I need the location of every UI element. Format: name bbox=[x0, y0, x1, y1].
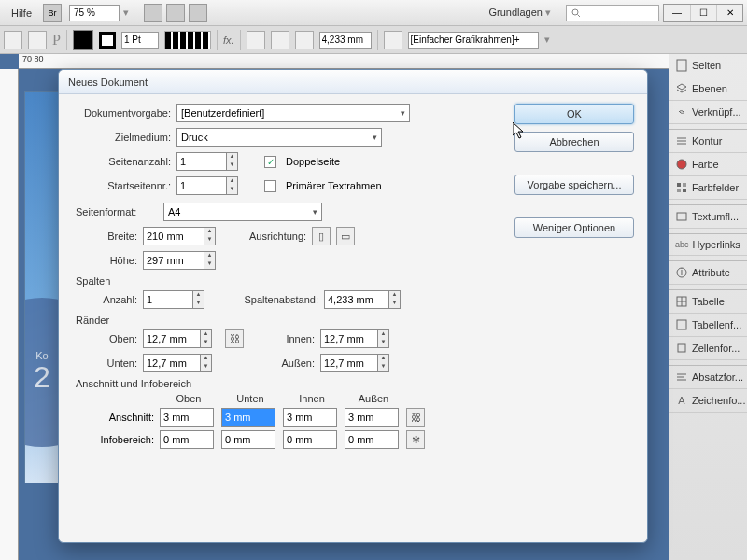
col-bottom: Unten bbox=[221, 393, 279, 404]
slug-top[interactable] bbox=[160, 430, 214, 449]
section-bleed: Anschnitt und Infobereich bbox=[76, 378, 503, 389]
panel-pages[interactable]: Seiten bbox=[669, 54, 747, 77]
orientation-portrait-icon[interactable]: ▯ bbox=[312, 227, 331, 245]
ruler-vertical bbox=[0, 69, 19, 560]
col-outside: Außen bbox=[345, 393, 402, 404]
label-pagecount: Seitenanzahl: bbox=[72, 156, 171, 167]
svg-rect-5 bbox=[677, 183, 681, 187]
close-button[interactable]: ✕ bbox=[716, 5, 742, 21]
label-gutter: Spaltenabstand: bbox=[225, 294, 318, 305]
facing-pages-checkbox[interactable]: ✓ bbox=[264, 156, 276, 168]
svg-text:i: i bbox=[681, 266, 683, 277]
panel-attributes[interactable]: iAttribute bbox=[669, 261, 747, 285]
link-margins-icon[interactable]: ⛓ bbox=[225, 329, 244, 348]
panel-stroke[interactable]: Kontur bbox=[669, 130, 747, 153]
panel-cellstyles[interactable]: Zellenfor... bbox=[669, 337, 747, 360]
fewer-options-button[interactable]: Weniger Optionen bbox=[514, 217, 634, 238]
view-mode-icon[interactable] bbox=[144, 4, 162, 22]
label-preset: Dokumentvorgabe: bbox=[72, 107, 171, 119]
intent-dropdown[interactable]: Druck bbox=[176, 128, 382, 147]
ruler-horizontal: 70 80 bbox=[19, 54, 672, 69]
label-moutside: Außen: bbox=[257, 357, 315, 369]
screen-mode-icon[interactable] bbox=[166, 4, 185, 22]
menu-help[interactable]: Hilfe bbox=[4, 5, 39, 21]
panel-layers[interactable]: Ebenen bbox=[669, 77, 747, 101]
tool-icon[interactable] bbox=[28, 31, 47, 49]
stroke-swatch[interactable] bbox=[99, 32, 116, 49]
label-slug: Infobereich: bbox=[87, 434, 156, 445]
frame-fit-icon[interactable] bbox=[295, 31, 314, 49]
zoom-level[interactable] bbox=[69, 5, 120, 21]
panel-charstyles[interactable]: AZeichenfo... bbox=[669, 389, 747, 413]
col-top: Oben bbox=[160, 393, 218, 404]
panel-color[interactable]: Farbe bbox=[669, 153, 747, 176]
window-controls: — ☐ ✕ bbox=[663, 4, 743, 22]
slug-bottom[interactable] bbox=[221, 430, 275, 449]
bleed-top[interactable] bbox=[160, 408, 214, 427]
label-mbottom: Unten: bbox=[87, 357, 137, 369]
workspace-switcher[interactable]: Grundlagen ▾ bbox=[481, 4, 558, 21]
width-input[interactable] bbox=[143, 227, 204, 245]
bleed-outside[interactable] bbox=[345, 408, 399, 427]
svg-rect-8 bbox=[683, 189, 686, 192]
fill-swatch[interactable] bbox=[73, 30, 93, 50]
panel-hyperlinks[interactable]: abcHyperlinks bbox=[669, 234, 747, 256]
svg-point-4 bbox=[677, 160, 686, 169]
panel-parastyles[interactable]: Absatzfor... bbox=[669, 366, 747, 389]
col-inside: Innen bbox=[283, 393, 341, 404]
arrange-icon[interactable] bbox=[189, 4, 207, 22]
colcount-input[interactable] bbox=[143, 290, 193, 309]
label-facing: Doppelseite bbox=[286, 156, 340, 167]
align-icon[interactable] bbox=[247, 31, 265, 49]
ok-button[interactable]: OK bbox=[514, 104, 634, 124]
label-width: Breite: bbox=[87, 231, 137, 242]
slug-inside[interactable] bbox=[283, 430, 337, 449]
bleed-inside[interactable] bbox=[283, 408, 337, 427]
tool-icon[interactable] bbox=[4, 31, 22, 49]
label-bleed: Anschnitt: bbox=[87, 412, 156, 423]
panel-tablestyles[interactable]: Tabellenf... bbox=[669, 314, 747, 337]
margin-top-input[interactable] bbox=[143, 329, 201, 348]
panel-swatches[interactable]: Farbfelder bbox=[669, 176, 747, 200]
measure-field[interactable] bbox=[319, 32, 372, 49]
panel-table[interactable]: Tabelle bbox=[669, 290, 747, 314]
search-input[interactable] bbox=[566, 5, 659, 21]
section-margins: Ränder bbox=[76, 315, 503, 326]
label-mtop: Oben: bbox=[87, 333, 137, 344]
stroke-weight[interactable] bbox=[121, 32, 159, 49]
frame-icon[interactable] bbox=[384, 31, 402, 49]
cancel-button[interactable]: Abbrechen bbox=[514, 132, 634, 152]
preset-dropdown[interactable]: [Benutzerdefiniert] bbox=[176, 104, 410, 122]
save-preset-button[interactable]: Vorgabe speichern... bbox=[514, 175, 634, 195]
gutter-input[interactable] bbox=[324, 290, 389, 309]
panel-textwrap[interactable]: Textumfl... bbox=[669, 205, 747, 229]
label-intent: Zielmedium: bbox=[72, 132, 171, 143]
slug-outside[interactable] bbox=[345, 430, 399, 449]
bleed-bottom[interactable] bbox=[221, 408, 275, 427]
distribute-icon[interactable] bbox=[271, 31, 289, 49]
stroke-style-icon[interactable] bbox=[164, 31, 211, 49]
new-document-dialog: Neues Dokument Dokumentvorgabe: [Benutze… bbox=[58, 69, 648, 543]
dialog-title: Neues Dokument bbox=[59, 70, 647, 94]
link-slug-icon[interactable]: ✻ bbox=[406, 430, 425, 449]
link-bleed-icon[interactable]: ⛓ bbox=[406, 408, 425, 427]
orientation-landscape-icon[interactable]: ▭ bbox=[336, 227, 355, 245]
label-height: Höhe: bbox=[87, 255, 137, 266]
minimize-button[interactable]: — bbox=[664, 5, 690, 21]
bridge-icon[interactable]: Br bbox=[43, 4, 62, 22]
maximize-button[interactable]: ☐ bbox=[690, 5, 716, 21]
section-columns: Spalten bbox=[76, 275, 503, 287]
pagesize-dropdown[interactable]: A4 bbox=[163, 203, 322, 221]
height-input[interactable] bbox=[143, 251, 204, 270]
margin-bottom-input[interactable] bbox=[143, 354, 201, 372]
menubar: Hilfe Br ▾ Grundlagen ▾ — ☐ ✕ bbox=[0, 0, 747, 26]
primary-textframe-checkbox[interactable] bbox=[264, 180, 276, 192]
panel-links[interactable]: Verknüpf... bbox=[669, 101, 747, 124]
margin-inside-input[interactable] bbox=[320, 329, 378, 348]
frame-type-dropdown[interactable] bbox=[408, 32, 539, 49]
margin-outside-input[interactable] bbox=[320, 354, 378, 372]
startpage-input[interactable] bbox=[176, 176, 227, 195]
svg-text:A: A bbox=[678, 395, 685, 406]
label-startpage: Startseitennr.: bbox=[72, 180, 171, 191]
pagecount-input[interactable] bbox=[176, 152, 227, 171]
